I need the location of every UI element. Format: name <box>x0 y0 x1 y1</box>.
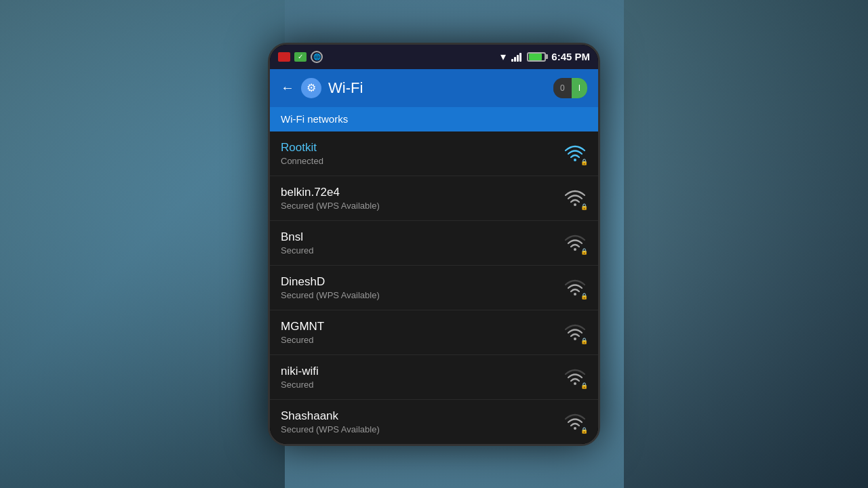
list-item[interactable]: Shashaank Secured (WPS Available) 🔒 <box>270 400 598 444</box>
wifi-networks-label: Wi-Fi networks <box>281 113 348 125</box>
signal-bar-2 <box>514 57 516 62</box>
phone-frame: ✓ 🌐 ▾ 6:45 PM ← ⚙ Wi-Fi 0 I <box>268 43 600 446</box>
network-info: Bnsl Secured <box>281 230 563 256</box>
signal-bar-4 <box>519 53 521 62</box>
svg-point-10 <box>574 382 576 385</box>
wifi-signal-icon: 🔒 <box>563 186 587 210</box>
status-right-icons: ▾ 6:45 PM <box>500 50 590 63</box>
notification-icon-red <box>278 52 290 62</box>
signal-bar-1 <box>511 59 513 62</box>
back-button[interactable]: ← <box>281 80 294 96</box>
signal-bar-3 <box>517 55 519 62</box>
svg-point-12 <box>574 427 576 430</box>
toggle-on-label[interactable]: I <box>572 78 587 98</box>
network-name: Bnsl <box>281 230 563 244</box>
network-status: Secured <box>281 380 563 390</box>
network-info: DineshD Secured (WPS Available) <box>281 275 563 300</box>
wifi-header: ← ⚙ Wi-Fi 0 I <box>270 69 598 107</box>
network-status: Secured <box>281 335 563 345</box>
status-bar: ✓ 🌐 ▾ 6:45 PM <box>270 45 598 69</box>
network-list: Rootkit Connected 🔒 belkin.72e4 Secured … <box>270 131 598 444</box>
toggle-off-label[interactable]: 0 <box>553 78 572 98</box>
network-name: Shashaank <box>281 409 563 423</box>
svg-point-6 <box>574 293 576 296</box>
notification-icon-check: ✓ <box>294 52 307 62</box>
network-info: niki-wifi Secured <box>281 365 563 390</box>
svg-text:🔒: 🔒 <box>580 203 587 210</box>
wifi-signal-icon: 🔒 <box>563 409 587 434</box>
globe-icon: 🌐 <box>311 51 323 63</box>
svg-point-0 <box>574 159 576 161</box>
list-item[interactable]: DineshD Secured (WPS Available) 🔒 <box>270 266 598 310</box>
status-time: 6:45 PM <box>551 51 590 62</box>
wifi-toggle[interactable]: 0 I <box>553 78 587 98</box>
network-name: Rootkit <box>281 141 563 155</box>
network-info: MGMNT Secured <box>281 320 563 345</box>
network-status: Secured (WPS Available) <box>281 201 563 211</box>
wifi-page-title: Wi-Fi <box>328 79 363 97</box>
network-status: Secured (WPS Available) <box>281 424 563 434</box>
svg-point-4 <box>574 248 576 251</box>
list-item[interactable]: Rootkit Connected 🔒 <box>270 131 598 176</box>
signal-bars <box>511 52 521 62</box>
svg-text:🔒: 🔒 <box>580 337 587 344</box>
network-name: MGMNT <box>281 320 563 333</box>
wifi-networks-bar: Wi-Fi networks <box>270 107 598 131</box>
settings-gear-icon: ⚙ <box>301 78 321 98</box>
wifi-status-icon: ▾ <box>500 50 506 63</box>
network-name: niki-wifi <box>281 365 563 378</box>
svg-point-2 <box>574 203 576 206</box>
svg-text:🔒: 🔒 <box>580 292 587 300</box>
svg-text:🔒: 🔒 <box>580 382 587 389</box>
list-item[interactable]: MGMNT Secured 🔒 <box>270 310 598 355</box>
network-info: Rootkit Connected <box>281 141 563 166</box>
wifi-signal-icon: 🔒 <box>563 275 587 300</box>
wifi-signal-icon: 🔒 <box>563 365 587 389</box>
status-left-icons: ✓ 🌐 <box>278 51 323 63</box>
list-item[interactable]: Bnsl Secured 🔒 <box>270 221 598 266</box>
network-info: Shashaank Secured (WPS Available) <box>281 409 563 434</box>
network-status: Connected <box>281 156 563 166</box>
svg-text:🔒: 🔒 <box>580 247 587 255</box>
network-name: belkin.72e4 <box>281 186 563 199</box>
list-item[interactable]: niki-wifi Secured 🔒 <box>270 355 598 400</box>
network-status: Secured (WPS Available) <box>281 290 563 300</box>
network-info: belkin.72e4 Secured (WPS Available) <box>281 186 563 211</box>
battery-icon <box>527 52 546 62</box>
network-status: Secured <box>281 245 563 256</box>
wifi-header-left: ← ⚙ Wi-Fi <box>281 78 363 98</box>
wifi-signal-icon: 🔒 <box>563 320 587 344</box>
network-name: DineshD <box>281 275 563 289</box>
svg-text:🔒: 🔒 <box>580 426 587 434</box>
wifi-signal-connected-icon: 🔒 <box>563 141 587 165</box>
list-item[interactable]: belkin.72e4 Secured (WPS Available) 🔒 <box>270 176 598 221</box>
svg-point-8 <box>574 338 576 340</box>
svg-text:🔒: 🔒 <box>580 158 587 165</box>
wifi-signal-icon: 🔒 <box>563 230 587 255</box>
battery-fill <box>529 54 542 60</box>
